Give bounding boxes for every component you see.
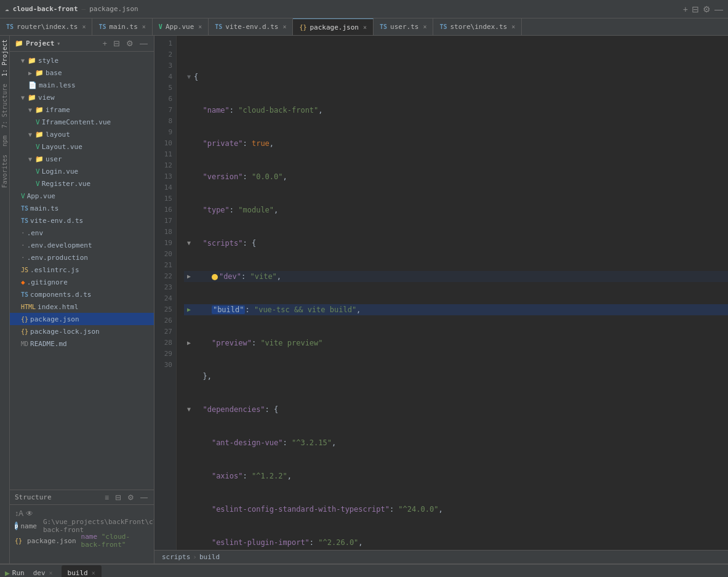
breadcrumb-build[interactable]: build — [199, 553, 220, 561]
editor-content[interactable]: 12345 678910 1112131415 1617181920 21222… — [154, 36, 728, 550]
vue-icon-iframecontent: V — [36, 118, 40, 126]
json-icon-struct: {} — [15, 538, 22, 544]
structure-file-item: {} package.json name "cloud-back-front" — [15, 535, 149, 547]
tab-close-btn[interactable]: × — [198, 23, 202, 30]
tab-vite-env[interactable]: TS vite-env.d.ts × — [209, 18, 293, 36]
tree-item-env-dev[interactable]: · .env.development — [10, 239, 154, 251]
top-bar: ☁ cloud-back-front — package.json + ⊟ ⚙ … — [0, 0, 728, 18]
tree-item-main-less[interactable]: 📄 main.less — [10, 79, 154, 91]
tab-icon-vue: V — [159, 23, 162, 30]
tab-close-btn[interactable]: × — [511, 23, 515, 30]
tab-router-index[interactable]: TS router\index.ts × — [0, 18, 92, 36]
tab-label: main.ts — [109, 23, 137, 31]
vertical-label-project[interactable]: 1: Project — [0, 36, 9, 80]
dropdown-arrow: ▾ — [57, 40, 60, 47]
bottom-tab-dev[interactable]: dev × — [27, 565, 59, 578]
tab-close-btn[interactable]: × — [282, 23, 286, 30]
tree-label: .eslintrc.js — [30, 266, 79, 274]
tree-label: App.vue — [27, 192, 55, 200]
tree-item-base[interactable]: ▶ 📁 base — [10, 67, 154, 79]
tab-close-btn-active[interactable]: × — [363, 24, 367, 31]
tree-item-layout-folder[interactable]: ▼ 📁 layout — [10, 128, 154, 140]
tree-item-vite-env[interactable]: TS vite-env.d.ts — [10, 214, 154, 227]
tree-item-user-folder[interactable]: ▼ 📁 user — [10, 153, 154, 165]
tree-item-view[interactable]: ▼ 📁 view — [10, 91, 154, 103]
tree-item-package-lock[interactable]: {} package-lock.json — [10, 325, 154, 337]
folder-icon: 📁 — [15, 39, 23, 47]
structure-panel: Structure ≡ ⊟ ⚙ — ↕A 👁 p name G:\vue_pro… — [10, 490, 154, 563]
vue-icon-app: V — [21, 192, 25, 200]
tree-item-index-html[interactable]: HTML index.html — [10, 301, 154, 313]
tree-item-login[interactable]: V Login.vue — [10, 165, 154, 177]
tree-item-iframe[interactable]: ▼ 📁 iframe — [10, 103, 154, 116]
code-editor[interactable]: ▼ { "name": "cloud-back-front", "private… — [177, 36, 728, 550]
dot-icon-envdev: · — [21, 241, 25, 249]
structure-file-label: package.json — [27, 537, 76, 545]
breadcrumb-scripts[interactable]: scripts — [162, 553, 190, 561]
tab-store-index[interactable]: TS store\index.ts × — [433, 18, 522, 36]
tree-item-env[interactable]: · .env — [10, 227, 154, 239]
tree-label: Login.vue — [42, 167, 79, 176]
fold-gutter[interactable]: ▼ — [184, 404, 194, 415]
sidebar-add-btn[interactable]: + — [101, 39, 108, 48]
structure-sort-btn[interactable]: ≡ — [103, 493, 110, 502]
toolbar-add-btn[interactable]: + — [683, 4, 688, 14]
tree-item-readme[interactable]: MD README.md — [10, 337, 154, 350]
tab-close-btn[interactable]: × — [423, 23, 426, 30]
vertical-label-structure[interactable]: 7: Structure — [0, 80, 9, 132]
tree-arrow: ▼ — [21, 94, 25, 101]
tree-item-eslintrc[interactable]: JS .eslintrc.js — [10, 264, 154, 276]
tree-item-main-ts[interactable]: TS main.ts — [10, 202, 154, 214]
code-line-2: "name": "cloud-back-front", — [184, 105, 728, 116]
toolbar-split-btn[interactable]: ⊟ — [692, 4, 699, 14]
tree-item-iframecontent[interactable]: V IframeContent.vue — [10, 116, 154, 128]
toolbar-close-btn[interactable]: — — [714, 4, 723, 14]
tab-package-json[interactable]: {} package.json × — [293, 18, 374, 36]
vertical-label-npm[interactable]: npm — [0, 132, 9, 150]
sidebar-close-btn[interactable]: — — [138, 39, 149, 48]
structure-az-btn[interactable]: ↕A — [15, 509, 23, 518]
tab-close-btn[interactable]: × — [82, 23, 86, 30]
folder-icon-style: 📁 — [28, 57, 36, 65]
code-line-10: }, — [184, 371, 728, 382]
tab-dev-close[interactable]: × — [49, 570, 53, 576]
tree-label: layout — [46, 131, 70, 139]
tab-icon-ts: TS — [6, 23, 14, 30]
sidebar-split-btn[interactable]: ⊟ — [112, 39, 121, 48]
fold-gutter[interactable]: ▶ — [184, 337, 194, 349]
ts-icon-main: TS — [21, 205, 28, 212]
tab-bar: TS router\index.ts × TS main.ts × V App.… — [0, 18, 728, 36]
tree-label: user — [46, 155, 62, 163]
toolbar-settings-btn[interactable]: ⚙ — [703, 4, 711, 14]
structure-visibility-btn[interactable]: 👁 — [26, 509, 33, 518]
tree-item-register[interactable]: V Register.vue — [10, 177, 154, 190]
tree-item-gitignore[interactable]: ◆ .gitignore — [10, 276, 154, 288]
structure-settings-btn[interactable]: ⚙ — [126, 493, 135, 502]
tab-close-btn[interactable]: × — [142, 23, 146, 30]
html-icon: HTML — [21, 304, 36, 310]
code-content: "scripts": { — [194, 238, 728, 249]
tab-app-vue[interactable]: V App.vue × — [153, 18, 209, 36]
tree-item-package-json[interactable]: {} package.json — [10, 313, 154, 325]
tree-label: Register.vue — [42, 180, 90, 188]
structure-close-btn[interactable]: — — [139, 493, 149, 502]
tree-item-app-vue[interactable]: V App.vue — [10, 190, 154, 202]
fold-gutter[interactable]: ▶ — [184, 304, 194, 315]
tree-item-layout-vue[interactable]: V Layout.vue — [10, 140, 154, 153]
tree-item-style[interactable]: ▼ 📁 style — [10, 54, 154, 67]
fold-gutter[interactable]: ▼ — [184, 238, 194, 249]
structure-filter-btn[interactable]: ⊟ — [114, 493, 122, 502]
vertical-label-favorites[interactable]: Favorites — [0, 151, 9, 192]
tree-arrow: ▶ — [28, 70, 32, 76]
tree-item-components-d-ts[interactable]: TS components.d.ts — [10, 288, 154, 301]
tab-build-close[interactable]: × — [92, 570, 95, 576]
tree-label: components.d.ts — [30, 291, 91, 299]
tree-item-env-prod[interactable]: · .env.production — [10, 251, 154, 264]
tab-main-ts[interactable]: TS main.ts × — [92, 18, 152, 36]
fold-gutter[interactable]: ▶ — [184, 271, 194, 282]
folder-icon-base: 📁 — [35, 69, 44, 77]
bottom-tab-build[interactable]: build × — [62, 565, 102, 578]
fold-gutter[interactable]: ▼ — [184, 71, 194, 83]
sidebar-settings-btn[interactable]: ⚙ — [125, 39, 135, 48]
tab-user-ts[interactable]: TS user.ts × — [374, 18, 433, 36]
